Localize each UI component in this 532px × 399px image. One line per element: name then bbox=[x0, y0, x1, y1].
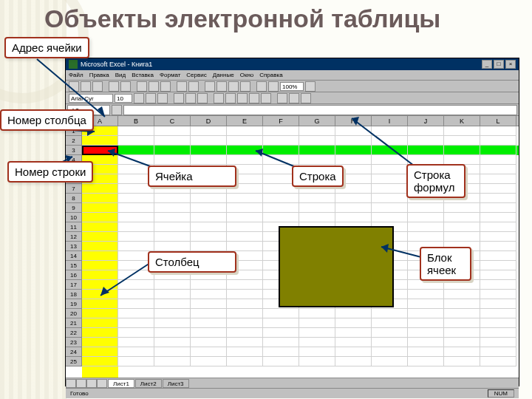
cell[interactable] bbox=[154, 194, 191, 203]
cell[interactable] bbox=[82, 242, 118, 251]
row-header[interactable]: 23 bbox=[66, 338, 82, 347]
fx-button[interactable] bbox=[112, 105, 122, 115]
tab-nav-first[interactable] bbox=[66, 379, 76, 388]
cell[interactable] bbox=[372, 126, 408, 136]
cell[interactable] bbox=[191, 357, 227, 366]
cell[interactable] bbox=[82, 328, 118, 338]
italic-icon[interactable] bbox=[146, 93, 156, 103]
row-header[interactable]: 3 bbox=[66, 146, 82, 155]
cell[interactable] bbox=[444, 232, 480, 242]
font-name-box[interactable]: Arial Cyr bbox=[69, 94, 113, 103]
cell[interactable] bbox=[154, 213, 191, 222]
cell[interactable] bbox=[263, 213, 299, 222]
cell[interactable] bbox=[299, 194, 335, 203]
cell[interactable] bbox=[480, 213, 516, 222]
cell[interactable] bbox=[408, 126, 444, 136]
cell[interactable] bbox=[480, 222, 516, 232]
cell[interactable] bbox=[444, 357, 480, 366]
fill-color-icon[interactable] bbox=[289, 93, 299, 103]
cell[interactable] bbox=[299, 136, 335, 146]
copy-icon[interactable] bbox=[149, 81, 159, 92]
comma-icon[interactable] bbox=[237, 93, 248, 103]
cell[interactable] bbox=[191, 194, 227, 203]
cell[interactable] bbox=[263, 338, 299, 347]
cell[interactable] bbox=[335, 194, 372, 203]
cell[interactable] bbox=[154, 203, 191, 213]
cell[interactable] bbox=[191, 213, 227, 222]
sheet-tab[interactable]: Лист1 bbox=[108, 379, 134, 388]
sheet-tab[interactable]: Лист2 bbox=[135, 379, 162, 388]
cell[interactable] bbox=[408, 318, 444, 328]
cell[interactable] bbox=[118, 136, 154, 146]
menu-item[interactable]: Файл bbox=[69, 72, 83, 78]
cell[interactable] bbox=[227, 328, 263, 338]
menu-item[interactable]: Справка bbox=[259, 72, 282, 78]
cell[interactable] bbox=[82, 184, 118, 194]
cell[interactable] bbox=[299, 309, 335, 318]
cell[interactable] bbox=[408, 309, 444, 318]
row-header[interactable]: 18 bbox=[66, 290, 82, 299]
cell[interactable] bbox=[227, 280, 263, 290]
row-header[interactable]: 24 bbox=[66, 347, 82, 357]
column-header[interactable]: C bbox=[154, 116, 191, 126]
cell[interactable] bbox=[118, 338, 154, 347]
cell[interactable] bbox=[118, 213, 154, 222]
cell[interactable] bbox=[480, 357, 516, 366]
redo-icon[interactable] bbox=[188, 81, 199, 92]
font-size-box[interactable]: 10 bbox=[115, 94, 132, 103]
cell[interactable] bbox=[191, 203, 227, 213]
cell[interactable] bbox=[227, 203, 263, 213]
cell[interactable] bbox=[335, 126, 372, 136]
cell[interactable] bbox=[372, 136, 408, 146]
cell[interactable] bbox=[154, 328, 191, 338]
cell[interactable] bbox=[118, 280, 154, 290]
tab-nav-last[interactable] bbox=[97, 379, 107, 388]
cell[interactable] bbox=[408, 203, 444, 213]
row-header[interactable]: 16 bbox=[66, 270, 82, 280]
column-header[interactable]: I bbox=[372, 116, 408, 126]
menu-item[interactable]: Окно bbox=[240, 72, 254, 78]
cell[interactable] bbox=[444, 338, 480, 347]
cell[interactable] bbox=[82, 357, 118, 366]
cell[interactable] bbox=[227, 126, 263, 136]
row-header[interactable]: 14 bbox=[66, 251, 82, 261]
cell[interactable] bbox=[227, 309, 263, 318]
formula-input[interactable] bbox=[123, 105, 517, 115]
cell[interactable] bbox=[335, 136, 372, 146]
cell[interactable] bbox=[299, 328, 335, 338]
cell[interactable] bbox=[82, 222, 118, 232]
cell[interactable] bbox=[335, 146, 372, 155]
dec-decimal-icon[interactable] bbox=[261, 93, 271, 103]
cell[interactable] bbox=[408, 357, 444, 366]
help-icon[interactable] bbox=[305, 81, 316, 92]
sort-desc-icon[interactable] bbox=[240, 81, 250, 92]
cell[interactable] bbox=[227, 357, 263, 366]
save-icon[interactable] bbox=[92, 81, 103, 92]
cell[interactable] bbox=[227, 290, 263, 299]
zoom-box[interactable]: 100% bbox=[280, 82, 304, 91]
cell[interactable] bbox=[372, 184, 408, 194]
cell[interactable] bbox=[372, 347, 408, 357]
cell[interactable] bbox=[227, 242, 263, 251]
cell[interactable] bbox=[154, 222, 191, 232]
cell[interactable] bbox=[372, 328, 408, 338]
cell[interactable] bbox=[335, 328, 372, 338]
cell[interactable] bbox=[335, 203, 372, 213]
cell[interactable] bbox=[335, 347, 372, 357]
cell[interactable] bbox=[82, 203, 118, 213]
tab-nav-next[interactable] bbox=[86, 379, 97, 388]
cell[interactable] bbox=[82, 261, 118, 270]
cell[interactable] bbox=[191, 242, 227, 251]
cell[interactable] bbox=[408, 222, 444, 232]
cell[interactable] bbox=[444, 309, 480, 318]
menu-item[interactable]: Вид bbox=[115, 72, 126, 78]
cell[interactable] bbox=[227, 136, 263, 146]
cell[interactable] bbox=[480, 126, 516, 136]
cell[interactable] bbox=[480, 242, 516, 251]
cell[interactable] bbox=[191, 299, 227, 309]
cell[interactable] bbox=[408, 213, 444, 222]
sort-asc-icon[interactable] bbox=[228, 81, 239, 92]
cell[interactable] bbox=[118, 242, 154, 251]
cell[interactable] bbox=[191, 146, 227, 155]
cell[interactable] bbox=[299, 126, 335, 136]
